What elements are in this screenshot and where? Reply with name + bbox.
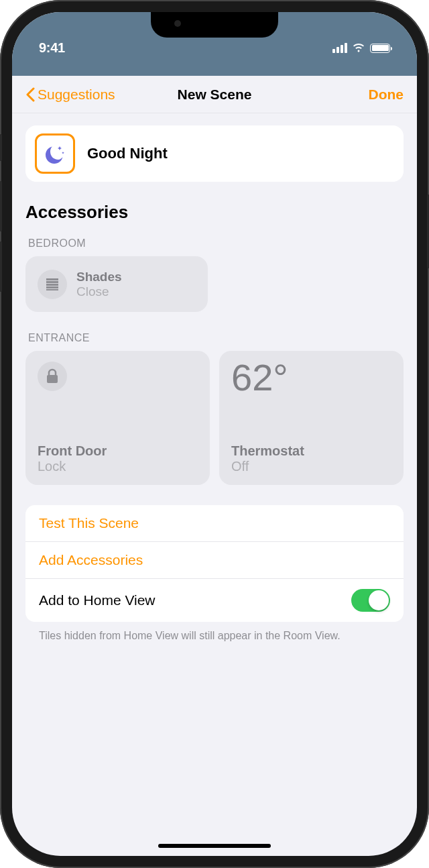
bedroom-accessories: Shades Close [25, 256, 404, 312]
wifi-icon [352, 43, 365, 53]
scene-name-label: Good Night [87, 145, 168, 162]
accessory-name: Shades [76, 270, 122, 284]
navigation-bar: Suggestions New Scene Done [12, 76, 417, 113]
moon-icon [44, 142, 66, 165]
scene-name-card[interactable]: Good Night [25, 125, 404, 182]
add-home-view-toggle[interactable] [351, 589, 390, 612]
svg-rect-5 [47, 375, 58, 383]
add-home-view-label: Add to Home View [39, 592, 156, 608]
accessory-status: Off [231, 459, 304, 474]
chevron-left-icon [25, 87, 35, 102]
volume-down-button [0, 241, 2, 292]
side-button [0, 134, 2, 161]
svg-rect-4 [46, 289, 58, 290]
content-area: Good Night Accessories BEDROOM [12, 113, 417, 643]
status-time: 9:41 [39, 40, 65, 56]
accessory-name: Thermostat [231, 443, 304, 459]
add-home-view-row: Add to Home View [25, 579, 404, 622]
home-indicator[interactable] [158, 844, 271, 848]
accessory-status: Lock [38, 459, 107, 474]
phone-frame: 9:41 Suggestions [0, 0, 429, 868]
footer-note: Tiles hidden from Home View will still a… [39, 629, 390, 643]
room-label-entrance: ENTRANCE [28, 332, 404, 344]
scene-icon-picker[interactable] [35, 133, 75, 174]
accessory-shades[interactable]: Shades Close [25, 256, 208, 312]
volume-up-button [0, 181, 2, 231]
accessory-front-door[interactable]: Front Door Lock [25, 351, 210, 485]
notch [151, 12, 278, 38]
lock-icon [38, 362, 67, 391]
phone-screen: 9:41 Suggestions [12, 12, 417, 856]
done-button[interactable]: Done [369, 87, 404, 103]
thermostat-temperature: 62° [231, 359, 288, 396]
svg-rect-3 [46, 286, 58, 288]
svg-rect-2 [46, 284, 58, 286]
add-accessories-label: Add Accessories [39, 552, 143, 568]
add-accessories-button[interactable]: Add Accessories [25, 542, 404, 579]
page-title: New Scene [178, 87, 252, 103]
accessory-name: Front Door [38, 443, 107, 459]
back-label: Suggestions [38, 87, 115, 103]
actions-card: Test This Scene Add Accessories Add to H… [25, 505, 404, 622]
svg-rect-1 [46, 281, 58, 283]
back-button[interactable]: Suggestions [25, 87, 115, 103]
toggle-knob [369, 590, 389, 610]
entrance-accessories: Front Door Lock 62° Thermostat Off [25, 351, 404, 485]
shades-icon [38, 270, 67, 299]
room-label-bedroom: BEDROOM [28, 237, 404, 250]
accessory-status: Close [76, 284, 122, 299]
svg-rect-0 [46, 278, 58, 280]
accessories-header: Accessories [25, 202, 404, 223]
cellular-icon [332, 43, 347, 53]
test-scene-label: Test This Scene [39, 515, 139, 531]
accessory-thermostat[interactable]: 62° Thermostat Off [219, 351, 404, 485]
test-scene-button[interactable]: Test This Scene [25, 505, 404, 542]
status-icons [332, 43, 390, 53]
battery-icon [370, 44, 390, 53]
